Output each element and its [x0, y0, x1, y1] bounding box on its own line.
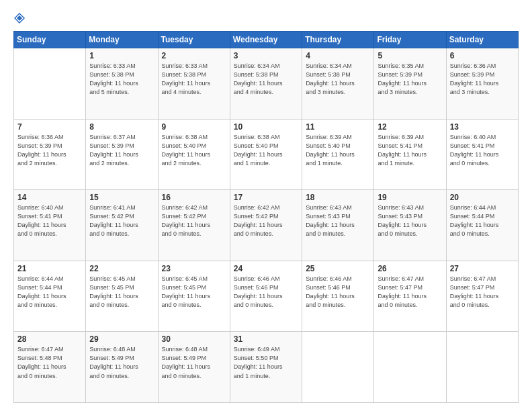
calendar-cell: 7Sunrise: 6:36 AM Sunset: 5:39 PM Daylig… — [14, 119, 86, 190]
weekday-header: Monday — [86, 32, 158, 48]
calendar-week-row: 14Sunrise: 6:40 AM Sunset: 5:41 PM Dayli… — [14, 190, 519, 261]
calendar-cell: 21Sunrise: 6:44 AM Sunset: 5:44 PM Dayli… — [14, 261, 86, 332]
calendar-cell — [302, 332, 374, 403]
day-number: 30 — [162, 334, 226, 344]
day-info: Sunrise: 6:49 AM Sunset: 5:50 PM Dayligh… — [234, 345, 298, 380]
calendar-cell: 15Sunrise: 6:41 AM Sunset: 5:42 PM Dayli… — [86, 190, 158, 261]
day-number: 15 — [89, 193, 154, 202]
day-info: Sunrise: 6:47 AM Sunset: 5:48 PM Dayligh… — [17, 345, 82, 380]
calendar-cell: 18Sunrise: 6:43 AM Sunset: 5:43 PM Dayli… — [302, 190, 374, 261]
day-info: Sunrise: 6:45 AM Sunset: 5:45 PM Dayligh… — [89, 275, 154, 310]
day-number: 29 — [89, 334, 154, 344]
day-info: Sunrise: 6:40 AM Sunset: 5:41 PM Dayligh… — [450, 133, 515, 168]
day-info: Sunrise: 6:46 AM Sunset: 5:46 PM Dayligh… — [306, 275, 370, 310]
calendar-week-row: 21Sunrise: 6:44 AM Sunset: 5:44 PM Dayli… — [14, 261, 519, 332]
day-info: Sunrise: 6:33 AM Sunset: 5:38 PM Dayligh… — [89, 62, 154, 97]
day-number: 13 — [450, 122, 515, 132]
calendar-cell: 24Sunrise: 6:46 AM Sunset: 5:46 PM Dayli… — [230, 261, 302, 332]
day-info: Sunrise: 6:36 AM Sunset: 5:39 PM Dayligh… — [17, 133, 82, 168]
day-number: 7 — [17, 122, 82, 132]
day-number: 11 — [306, 122, 370, 132]
day-info: Sunrise: 6:39 AM Sunset: 5:41 PM Dayligh… — [378, 133, 442, 168]
day-number: 10 — [234, 122, 298, 132]
day-info: Sunrise: 6:45 AM Sunset: 5:45 PM Dayligh… — [162, 275, 226, 310]
day-number: 20 — [450, 193, 515, 202]
weekday-header: Friday — [374, 32, 446, 48]
day-info: Sunrise: 6:44 AM Sunset: 5:44 PM Dayligh… — [450, 203, 515, 238]
calendar-header: SundayMondayTuesdayWednesdayThursdayFrid… — [14, 32, 519, 48]
calendar-cell: 9Sunrise: 6:38 AM Sunset: 5:40 PM Daylig… — [158, 119, 230, 190]
day-number: 3 — [234, 51, 298, 60]
day-info: Sunrise: 6:48 AM Sunset: 5:49 PM Dayligh… — [162, 345, 226, 380]
day-info: Sunrise: 6:34 AM Sunset: 5:38 PM Dayligh… — [306, 62, 370, 97]
calendar-table: SundayMondayTuesdayWednesdayThursdayFrid… — [13, 31, 519, 403]
day-number: 27 — [450, 264, 515, 273]
day-info: Sunrise: 6:38 AM Sunset: 5:40 PM Dayligh… — [234, 133, 298, 168]
day-info: Sunrise: 6:47 AM Sunset: 5:47 PM Dayligh… — [450, 275, 515, 310]
calendar-cell: 2Sunrise: 6:33 AM Sunset: 5:38 PM Daylig… — [158, 48, 230, 120]
calendar-cell: 1Sunrise: 6:33 AM Sunset: 5:38 PM Daylig… — [86, 48, 158, 120]
day-number: 19 — [378, 193, 442, 202]
day-number: 6 — [450, 51, 515, 60]
calendar-cell — [374, 332, 446, 403]
day-info: Sunrise: 6:43 AM Sunset: 5:43 PM Dayligh… — [306, 203, 370, 238]
calendar-cell: 28Sunrise: 6:47 AM Sunset: 5:48 PM Dayli… — [14, 332, 86, 403]
day-info: Sunrise: 6:38 AM Sunset: 5:40 PM Dayligh… — [162, 133, 226, 168]
day-number: 2 — [162, 51, 226, 60]
day-info: Sunrise: 6:42 AM Sunset: 5:42 PM Dayligh… — [162, 203, 226, 238]
day-number: 16 — [162, 193, 226, 202]
calendar-week-row: 1Sunrise: 6:33 AM Sunset: 5:38 PM Daylig… — [14, 48, 519, 120]
calendar-cell: 27Sunrise: 6:47 AM Sunset: 5:47 PM Dayli… — [446, 261, 518, 332]
day-number: 22 — [89, 264, 154, 273]
day-number: 25 — [306, 264, 370, 273]
calendar-cell: 10Sunrise: 6:38 AM Sunset: 5:40 PM Dayli… — [230, 119, 302, 190]
day-number: 21 — [17, 264, 82, 273]
weekday-header: Tuesday — [158, 32, 230, 48]
calendar-cell: 8Sunrise: 6:37 AM Sunset: 5:39 PM Daylig… — [86, 119, 158, 190]
day-info: Sunrise: 6:48 AM Sunset: 5:49 PM Dayligh… — [89, 345, 154, 380]
weekday-header: Sunday — [14, 32, 86, 48]
day-number: 28 — [17, 334, 82, 344]
day-number: 4 — [306, 51, 370, 60]
logo-icon — [13, 12, 26, 24]
calendar-cell: 25Sunrise: 6:46 AM Sunset: 5:46 PM Dayli… — [302, 261, 374, 332]
calendar-cell: 19Sunrise: 6:43 AM Sunset: 5:43 PM Dayli… — [374, 190, 446, 261]
calendar-cell: 26Sunrise: 6:47 AM Sunset: 5:47 PM Dayli… — [374, 261, 446, 332]
calendar-cell: 14Sunrise: 6:40 AM Sunset: 5:41 PM Dayli… — [14, 190, 86, 261]
day-info: Sunrise: 6:41 AM Sunset: 5:42 PM Dayligh… — [89, 203, 154, 238]
calendar-cell: 22Sunrise: 6:45 AM Sunset: 5:45 PM Dayli… — [86, 261, 158, 332]
calendar-cell: 20Sunrise: 6:44 AM Sunset: 5:44 PM Dayli… — [446, 190, 518, 261]
day-info: Sunrise: 6:46 AM Sunset: 5:46 PM Dayligh… — [234, 275, 298, 310]
day-info: Sunrise: 6:34 AM Sunset: 5:38 PM Dayligh… — [234, 62, 298, 97]
day-info: Sunrise: 6:36 AM Sunset: 5:39 PM Dayligh… — [450, 62, 515, 97]
day-number: 8 — [89, 122, 154, 132]
day-number: 17 — [234, 193, 298, 202]
day-number: 9 — [162, 122, 226, 132]
calendar-cell — [14, 48, 86, 120]
day-info: Sunrise: 6:37 AM Sunset: 5:39 PM Dayligh… — [89, 133, 154, 168]
calendar-cell: 3Sunrise: 6:34 AM Sunset: 5:38 PM Daylig… — [230, 48, 302, 120]
calendar-cell: 31Sunrise: 6:49 AM Sunset: 5:50 PM Dayli… — [230, 332, 302, 403]
day-info: Sunrise: 6:39 AM Sunset: 5:40 PM Dayligh… — [306, 133, 370, 168]
calendar-week-row: 7Sunrise: 6:36 AM Sunset: 5:39 PM Daylig… — [14, 119, 519, 190]
calendar-cell: 16Sunrise: 6:42 AM Sunset: 5:42 PM Dayli… — [158, 190, 230, 261]
day-number: 23 — [162, 264, 226, 273]
calendar-cell: 5Sunrise: 6:35 AM Sunset: 5:39 PM Daylig… — [374, 48, 446, 120]
weekday-row: SundayMondayTuesdayWednesdayThursdayFrid… — [14, 32, 519, 48]
day-number: 1 — [89, 51, 154, 60]
day-number: 31 — [234, 334, 298, 344]
day-info: Sunrise: 6:33 AM Sunset: 5:38 PM Dayligh… — [162, 62, 226, 97]
calendar-cell: 13Sunrise: 6:40 AM Sunset: 5:41 PM Dayli… — [446, 119, 518, 190]
day-number: 18 — [306, 193, 370, 202]
day-info: Sunrise: 6:42 AM Sunset: 5:42 PM Dayligh… — [234, 203, 298, 238]
weekday-header: Wednesday — [230, 32, 302, 48]
calendar-cell: 23Sunrise: 6:45 AM Sunset: 5:45 PM Dayli… — [158, 261, 230, 332]
calendar-page: SundayMondayTuesdayWednesdayThursdayFrid… — [0, 0, 532, 411]
calendar-cell: 30Sunrise: 6:48 AM Sunset: 5:49 PM Dayli… — [158, 332, 230, 403]
calendar-cell: 29Sunrise: 6:48 AM Sunset: 5:49 PM Dayli… — [86, 332, 158, 403]
calendar-body: 1Sunrise: 6:33 AM Sunset: 5:38 PM Daylig… — [14, 48, 519, 403]
calendar-week-row: 28Sunrise: 6:47 AM Sunset: 5:48 PM Dayli… — [14, 332, 519, 403]
day-info: Sunrise: 6:44 AM Sunset: 5:44 PM Dayligh… — [17, 275, 82, 310]
day-info: Sunrise: 6:47 AM Sunset: 5:47 PM Dayligh… — [378, 275, 442, 310]
logo — [13, 12, 28, 24]
